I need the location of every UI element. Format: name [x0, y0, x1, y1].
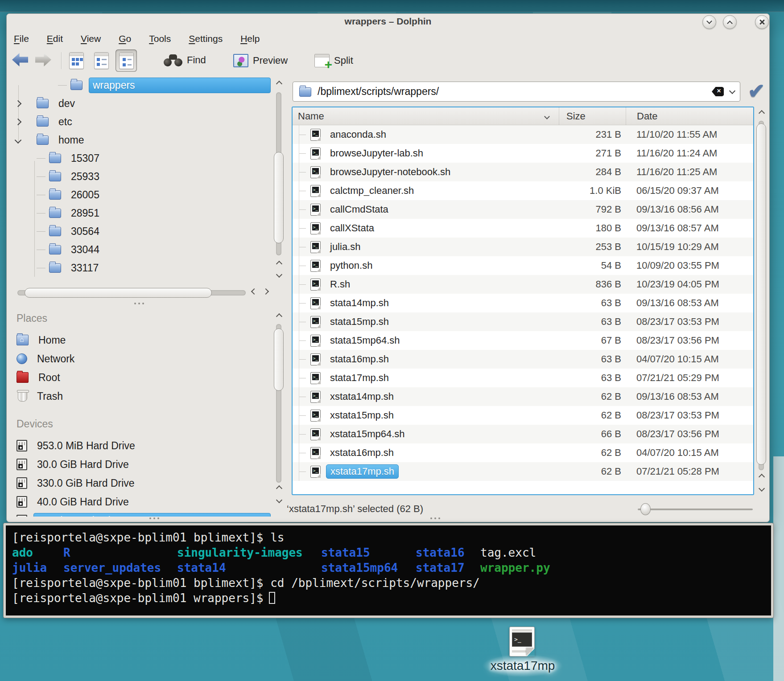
file-row[interactable]: anaconda.sh 231 B 11/10/20 11:55 AM [293, 125, 753, 144]
tree-item[interactable]: 25933 [14, 168, 272, 186]
menu-item[interactable]: Edit [47, 33, 63, 44]
file-row[interactable]: stata14mp.sh 63 B 09/13/16 08:53 AM [293, 294, 753, 312]
file-name[interactable]: xstata17mp.sh [326, 464, 399, 479]
file-name[interactable]: browseJupyter-lab.sh [326, 147, 427, 160]
file-name[interactable]: anaconda.sh [326, 128, 390, 141]
file-name[interactable]: callCmdStata [326, 203, 392, 216]
file-name[interactable]: browseJupyter-notebook.sh [326, 165, 454, 179]
file-name[interactable]: xstata14mp.sh [326, 390, 398, 403]
column-header-size[interactable]: Size [559, 107, 626, 125]
scroll-up-icon[interactable] [276, 485, 282, 492]
titlebar[interactable]: wrappers – Dolphin [7, 14, 769, 29]
tree-item[interactable]: wrappers [14, 76, 272, 94]
file-name[interactable]: stata15mp.sh [326, 315, 393, 328]
expander-icon[interactable] [15, 119, 22, 126]
tree-hscrollbar-thumb[interactable] [25, 288, 212, 298]
location-path[interactable]: /bplimext/scripts/wrappers/ [318, 86, 712, 98]
menu-item[interactable]: Help [240, 33, 260, 44]
device-item[interactable]: 30.0 GiB Hard Drive [14, 455, 272, 474]
tree-scrollbar-thumb[interactable] [274, 152, 284, 243]
desktop-icon-label[interactable]: xstata17mp [469, 659, 576, 673]
file-row[interactable]: stata17mp.sh 63 B 07/21/21 05:29 PM [293, 369, 753, 387]
zoom-slider[interactable] [638, 509, 753, 510]
file-name[interactable]: xstata15mp64.sh [326, 427, 409, 441]
file-name[interactable]: stata14mp.sh [326, 296, 393, 310]
scroll-down-icon[interactable] [276, 497, 282, 503]
tree-item[interactable]: dev [14, 94, 272, 113]
tree-item[interactable]: 30564 [14, 222, 272, 241]
zoom-slider-knob[interactable] [640, 503, 651, 515]
expander-icon[interactable] [15, 100, 22, 107]
back-button[interactable] [12, 53, 28, 66]
clear-icon[interactable] [712, 87, 724, 96]
file-name[interactable]: R.sh [326, 278, 354, 291]
expander-icon[interactable] [15, 137, 22, 144]
file-name[interactable]: python.sh [326, 259, 376, 272]
apply-location-button[interactable]: ✔ [744, 79, 768, 103]
file-name[interactable]: stata17mp.sh [326, 371, 393, 385]
split-button[interactable]: Split [314, 54, 353, 67]
terminal-window[interactable]: [reisportela@sxpe-bplim01 bplimext]$ ls … [4, 523, 773, 618]
file-name[interactable]: xstata15mp.sh [326, 409, 398, 422]
tree-item[interactable]: home [14, 131, 272, 149]
details-view-button[interactable] [91, 49, 112, 72]
file-row[interactable]: xstata15mp64.sh 66 B 08/23/17 03:56 PM [293, 425, 753, 443]
scroll-up-icon[interactable] [276, 313, 282, 320]
tree-item[interactable]: 33044 [14, 241, 272, 259]
file-row[interactable]: browseJupyter-lab.sh 271 B 11/16/20 11:2… [293, 144, 753, 163]
scroll-up-icon[interactable] [759, 474, 765, 480]
location-bar[interactable]: /bplimext/scripts/wrappers/ [293, 82, 740, 102]
scroll-down-icon[interactable] [276, 271, 282, 278]
column-header-name[interactable]: Name [293, 107, 559, 125]
file-row[interactable]: julia.sh 253 B 10/15/19 10:29 AM [293, 238, 753, 256]
tree-view-button[interactable] [116, 49, 137, 72]
device-item[interactable]: 330.0 GiB Hard Drive [14, 474, 272, 492]
file-row[interactable]: callCmdStata 792 B 09/13/16 08:56 AM [293, 200, 753, 219]
file-row[interactable]: xstata16mp.sh 62 B 04/07/20 10:15 AM [293, 443, 753, 462]
places-item[interactable]: Network [14, 349, 272, 368]
file-row[interactable]: stata16mp.sh 63 B 04/07/20 10:15 AM [293, 350, 753, 369]
scroll-up-icon[interactable] [276, 81, 282, 87]
maximize-button[interactable] [723, 15, 737, 29]
file-name[interactable]: stata16mp.sh [326, 353, 393, 366]
column-header-date[interactable]: Date [626, 107, 753, 125]
find-button[interactable]: Find [164, 54, 206, 66]
panel-splitter-handle[interactable] [134, 303, 144, 304]
places-item[interactable]: Home [14, 331, 272, 349]
menu-item[interactable]: Tools [149, 33, 171, 44]
file-row[interactable]: R.sh 836 B 10/23/19 04:05 PM [293, 275, 753, 294]
file-name[interactable]: julia.sh [326, 240, 364, 254]
minimize-button[interactable] [702, 15, 716, 29]
file-row[interactable]: xstata14mp.sh 62 B 09/13/16 08:53 AM [293, 387, 753, 406]
file-name[interactable]: stata15mp64.sh [326, 334, 404, 347]
files-scrollbar-thumb[interactable] [756, 123, 766, 465]
scroll-up-icon[interactable] [276, 261, 282, 267]
device-item[interactable]: 2.0 TiB Hard Drive [14, 511, 272, 517]
close-button[interactable] [755, 15, 769, 29]
file-row[interactable]: callXStata 180 B 09/13/16 08:57 AM [293, 219, 753, 238]
places-scrollbar-thumb[interactable] [274, 328, 284, 391]
file-row[interactable]: xstata15mp.sh 62 B 08/23/17 03:53 PM [293, 406, 753, 425]
icons-view-button[interactable] [66, 49, 87, 72]
menu-item[interactable]: View [81, 33, 101, 44]
scroll-down-icon[interactable] [759, 485, 765, 492]
menu-item[interactable]: Settings [189, 33, 223, 44]
tree-item[interactable]: 15307 [14, 149, 272, 168]
places-item[interactable]: Trash [14, 387, 272, 406]
device-item[interactable]: 953.0 MiB Hard Drive [14, 436, 272, 455]
file-row[interactable]: xstata17mp.sh 62 B 07/21/21 05:28 PM [293, 462, 753, 481]
tree-item[interactable]: 33117 [14, 259, 272, 277]
places-item[interactable]: Root [14, 368, 272, 387]
chevron-down-icon[interactable] [729, 87, 735, 94]
statusbar-splitter-handle[interactable] [430, 517, 440, 519]
file-name[interactable]: callXStata [326, 222, 378, 235]
desktop-icon-xstata17mp[interactable]: >_ [509, 627, 535, 656]
panel-splitter-handle[interactable] [149, 517, 159, 519]
device-item[interactable]: 40.0 GiB Hard Drive [14, 492, 272, 511]
file-row[interactable]: python.sh 54 B 10/09/20 03:55 PM [293, 256, 753, 275]
tree-item[interactable]: 28951 [14, 204, 272, 222]
menu-item[interactable]: File [14, 33, 29, 44]
tree-item[interactable]: etc [14, 113, 272, 131]
file-row[interactable]: stata15mp.sh 63 B 08/23/17 03:53 PM [293, 312, 753, 331]
file-name[interactable]: xstata16mp.sh [326, 446, 398, 459]
